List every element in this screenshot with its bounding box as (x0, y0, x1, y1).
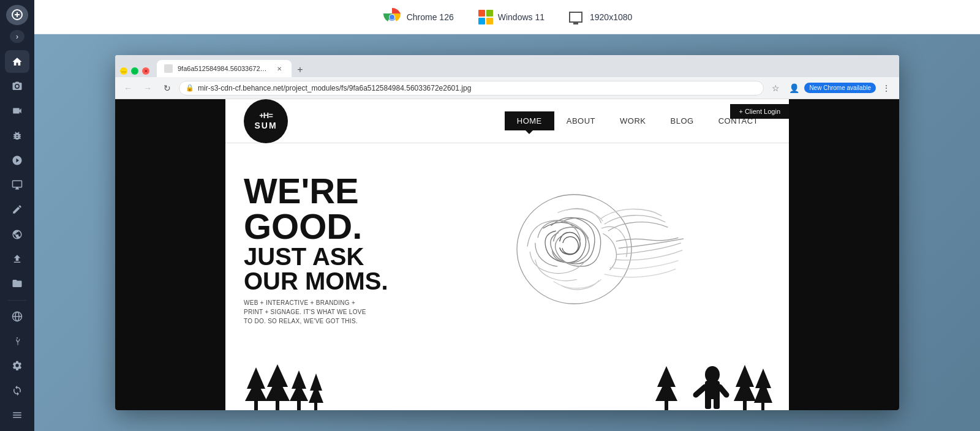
site-header: +H= SUM HOME ABOUT WORK BLOG CONTACT (225, 99, 789, 143)
sidebar-item-globe2[interactable] (5, 305, 29, 327)
sidebar-item-home[interactable] (5, 50, 29, 72)
svg-marker-16 (290, 383, 308, 401)
toolbar-actions: ☆ 👤 New Chrome available ⋮ (767, 80, 894, 96)
resolution-icon (569, 12, 582, 23)
sidebar-divider (8, 300, 26, 301)
main-area: Chrome 126 Windows 11 1920x1080 (34, 0, 980, 431)
svg-rect-32 (743, 401, 747, 410)
svg-rect-26 (705, 395, 711, 409)
chrome-label: Chrome 126 (407, 12, 454, 22)
site-hero: WE'RE GOOD. JUST ASK OUR MOMS. WEB + INT… (225, 143, 789, 355)
sidebar-item-video[interactable] (5, 100, 29, 122)
bookmark-button[interactable]: ☆ (767, 80, 783, 96)
menu-button[interactable]: ⋮ (878, 80, 894, 96)
svg-rect-11 (254, 401, 258, 410)
svg-marker-34 (754, 380, 772, 403)
site-logo-text: +H= SUM (254, 111, 277, 130)
svg-point-24 (705, 366, 720, 383)
trees-left (238, 361, 323, 410)
forward-button[interactable]: → (140, 80, 156, 96)
hero-headline: WE'RE GOOD. JUST ASK OUR MOMS. (244, 173, 388, 293)
client-login-button[interactable]: + Client Login (730, 104, 789, 119)
reload-button[interactable]: ↻ (159, 80, 175, 96)
resolution-label: 1920x1080 (590, 12, 632, 22)
sidebar-item-refresh[interactable] (5, 379, 29, 401)
sidebar-item-camera[interactable] (5, 75, 29, 97)
hero-subtext: WEB + INTERACTIVE + BRANDING + PRINT + S… (244, 298, 388, 326)
sidebar-item-edit[interactable] (5, 198, 29, 220)
browser-tab-active[interactable]: 9fa6a512584984.56033672e26... ✕ (157, 60, 292, 77)
nav-item-work[interactable]: WORK (608, 111, 658, 130)
profile-button[interactable]: 👤 (786, 80, 802, 96)
sidebar-item-monitor[interactable] (5, 174, 29, 196)
chrome-icon (382, 7, 402, 27)
sidebar-item-person[interactable] (5, 330, 29, 352)
close-button[interactable]: ✕ (142, 67, 149, 75)
address-bar[interactable]: 🔒 mir-s3-cdn-cf.behance.net/project_modu… (179, 81, 764, 96)
hero-text: WE'RE GOOD. JUST ASK OUR MOMS. WEB + INT… (244, 173, 388, 326)
browser-chrome: — □ ✕ 9fa6a512584984.56033672e26... ✕ + … (115, 55, 899, 99)
back-button[interactable]: ← (120, 80, 136, 96)
lock-icon: 🔒 (186, 84, 194, 92)
svg-marker-13 (265, 377, 290, 401)
new-chrome-badge[interactable]: New Chrome available (804, 83, 876, 93)
sidebar-item-bug[interactable] (5, 124, 29, 146)
svg-point-8 (517, 195, 631, 304)
website-inner: +H= SUM HOME ABOUT WORK BLOG CONTACT (225, 99, 789, 410)
svg-marker-19 (309, 384, 323, 403)
restore-button[interactable]: □ (131, 67, 138, 75)
svg-rect-14 (276, 401, 279, 410)
windows-info: Windows 11 (478, 10, 545, 24)
site-logo: +H= SUM (244, 99, 288, 143)
nav-item-about[interactable]: ABOUT (554, 111, 608, 130)
trees-right (654, 361, 777, 410)
windows-icon (478, 10, 493, 24)
svg-point-7 (390, 15, 394, 20)
tabs-row: — □ ✕ 9fa6a512584984.56033672e26... ✕ + (115, 55, 899, 77)
website-content: +H= SUM HOME ABOUT WORK BLOG CONTACT (115, 99, 899, 410)
sidebar-expand-btn[interactable]: › (10, 30, 24, 43)
sidebar-item-play[interactable] (5, 149, 29, 171)
svg-marker-10 (245, 380, 267, 401)
svg-marker-31 (734, 377, 756, 401)
sidebar: › (0, 0, 34, 431)
svg-rect-35 (761, 403, 764, 410)
sidebar-item-globe[interactable] (5, 223, 29, 245)
browser-window: — □ ✕ 9fa6a512584984.56033672e26... ✕ + … (115, 55, 899, 410)
hero-image (388, 157, 771, 341)
svg-rect-23 (665, 401, 668, 410)
svg-line-29 (720, 387, 726, 395)
svg-rect-20 (314, 403, 317, 410)
svg-line-28 (696, 387, 705, 395)
sidebar-item-upload[interactable] (5, 248, 29, 270)
sidebar-item-settings[interactable] (5, 354, 29, 377)
svg-rect-27 (714, 397, 720, 409)
swirl-illustration (475, 157, 684, 341)
browser-window-controls: — □ ✕ (120, 67, 149, 75)
top-bar: Chrome 126 Windows 11 1920x1080 (34, 0, 980, 34)
chrome-info: Chrome 126 (382, 7, 454, 27)
svg-rect-17 (297, 401, 301, 410)
tab-close-button[interactable]: ✕ (274, 64, 284, 73)
svg-marker-22 (655, 378, 677, 401)
browser-container: — □ ✕ 9fa6a512584984.56033672e26... ✕ + … (34, 34, 980, 431)
tab-title: 9fa6a512584984.56033672e26... (178, 65, 270, 72)
sidebar-logo[interactable] (6, 5, 28, 25)
tab-favicon (164, 64, 173, 73)
sidebar-item-menu[interactable] (5, 404, 29, 426)
site-footer-area (225, 355, 789, 410)
resolution-info: 1920x1080 (569, 12, 632, 23)
windows-label: Windows 11 (498, 12, 545, 22)
sidebar-item-folder[interactable] (5, 272, 29, 294)
nav-item-blog[interactable]: BLOG (658, 111, 706, 130)
browser-toolbar: ← → ↻ 🔒 mir-s3-cdn-cf.behance.net/projec… (115, 77, 899, 99)
nav-item-home[interactable]: HOME (505, 111, 554, 130)
new-tab-button[interactable]: + (293, 62, 307, 77)
minimize-button[interactable]: — (120, 67, 127, 75)
url-text: mir-s3-cdn-cf.behance.net/project_module… (198, 84, 757, 92)
